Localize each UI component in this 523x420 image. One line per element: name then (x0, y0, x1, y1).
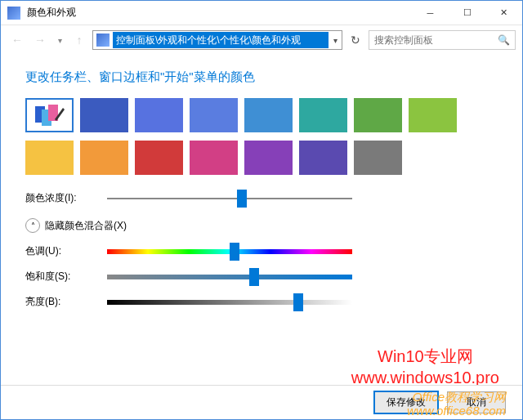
color-swatch[interactable] (244, 141, 293, 175)
history-dropdown[interactable]: ▾ (53, 36, 66, 45)
color-swatch[interactable] (190, 141, 238, 175)
address-dropdown-icon[interactable]: ▾ (329, 36, 342, 45)
address-text[interactable]: 控制面板\外观和个性化\个性化\颜色和外观 (113, 32, 329, 48)
window-title: 颜色和外观 (27, 6, 412, 20)
chevron-up-icon: ˄ (25, 218, 40, 233)
content-area: 更改任务栏、窗口边框和"开始"菜单的颜色 颜色浓度(I): (1, 55, 522, 385)
color-swatch[interactable] (354, 141, 402, 175)
footer: 保存修改 取消 Office教程学习网 www.office68.com (1, 385, 522, 419)
search-input[interactable] (374, 34, 498, 46)
color-swatch[interactable] (25, 141, 74, 175)
color-swatch[interactable] (299, 98, 347, 132)
address-bar[interactable]: 控制面板\外观和个性化\个性化\颜色和外观 ▾ (92, 30, 342, 50)
brightness-label: 亮度(B): (25, 295, 107, 309)
color-row-2 (25, 141, 498, 175)
forward-button[interactable]: → (30, 30, 50, 50)
nav-toolbar: ← → ▾ ↑ 控制面板\外观和个性化\个性化\颜色和外观 ▾ ↻ 🔍 (1, 25, 522, 55)
color-swatch-auto[interactable] (25, 98, 74, 132)
color-swatch[interactable] (299, 141, 347, 175)
color-swatch[interactable] (409, 98, 457, 132)
address-icon (96, 34, 110, 47)
search-box[interactable]: 🔍 (369, 30, 516, 50)
save-button[interactable]: 保存修改 (373, 391, 439, 414)
saturation-thumb[interactable] (249, 268, 259, 286)
color-swatch[interactable] (135, 141, 183, 175)
titlebar: 颜色和外观 ─ ☐ ✕ (1, 1, 522, 25)
search-icon: 🔍 (498, 34, 510, 46)
color-row-1 (25, 98, 498, 132)
refresh-button[interactable]: ↻ (346, 30, 365, 50)
saturation-label: 饱和度(S): (25, 270, 107, 284)
minimize-button[interactable]: ─ (412, 1, 449, 25)
back-button[interactable]: ← (7, 30, 27, 50)
up-button[interactable]: ↑ (69, 30, 89, 50)
mixer-toggle[interactable]: ˄ 隐藏颜色混合器(X) (25, 218, 498, 233)
mixer-toggle-label: 隐藏颜色混合器(X) (45, 219, 127, 233)
close-button[interactable]: ✕ (485, 1, 522, 25)
color-swatch[interactable] (354, 98, 402, 132)
brightness-thumb[interactable] (293, 293, 303, 311)
maximize-button[interactable]: ☐ (449, 1, 485, 25)
color-swatch[interactable] (135, 98, 183, 132)
app-icon (7, 7, 20, 20)
intensity-thumb[interactable] (237, 190, 247, 208)
intensity-label: 颜色浓度(I): (25, 191, 107, 205)
color-swatch[interactable] (80, 98, 128, 132)
color-swatch[interactable] (80, 141, 128, 175)
hue-label: 色调(U): (25, 244, 107, 258)
brightness-slider[interactable] (107, 297, 352, 308)
page-heading: 更改任务栏、窗口边框和"开始"菜单的颜色 (25, 69, 498, 85)
color-swatch[interactable] (244, 98, 293, 132)
color-swatch[interactable] (190, 98, 238, 132)
intensity-slider[interactable] (107, 193, 352, 204)
cancel-button[interactable]: 取消 (447, 391, 506, 413)
hue-slider[interactable] (107, 246, 352, 257)
hue-thumb[interactable] (230, 243, 239, 261)
saturation-slider[interactable] (107, 271, 352, 283)
watermark-red: Win10专业网 www.windows10.pro (351, 346, 499, 385)
